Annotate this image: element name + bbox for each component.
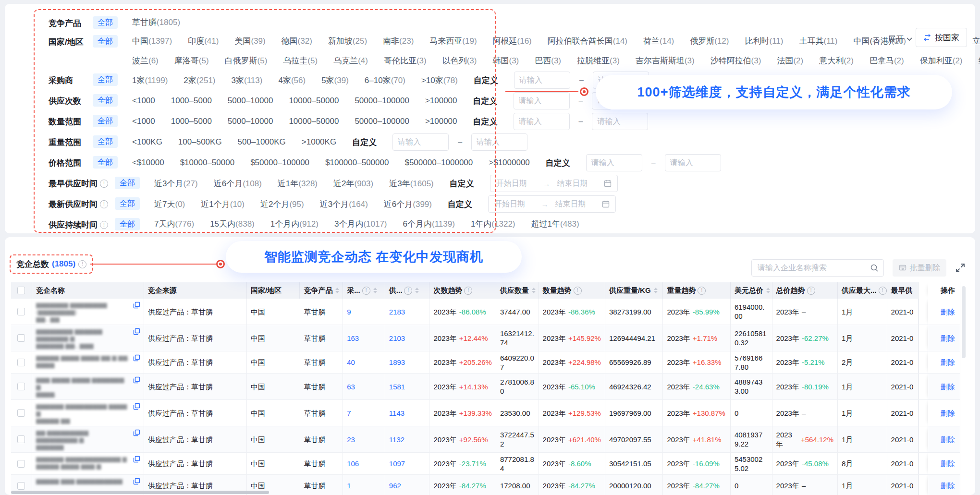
- column-header-buyers[interactable]: 采...!: [343, 282, 385, 299]
- cell-supplies[interactable]: 2103: [385, 325, 430, 351]
- filter-option[interactable]: 1年内(1322): [471, 218, 515, 229]
- cell-supplies[interactable]: 962: [385, 475, 430, 495]
- filter-option[interactable]: 韩国(3): [492, 55, 519, 66]
- select-all-checkbox[interactable]: [17, 287, 25, 294]
- range-min-input[interactable]: [392, 133, 449, 151]
- filter-option[interactable]: 近3个月(164): [320, 199, 368, 210]
- column-header-usd[interactable]: 美元总价: [731, 282, 772, 299]
- buyer-count-link[interactable]: 23: [347, 435, 355, 444]
- filter-option[interactable]: 比利时(11): [745, 36, 783, 47]
- filter-option[interactable]: 500–1000KG: [238, 137, 286, 147]
- info-icon[interactable]: !: [464, 287, 472, 295]
- filter-option[interactable]: 3个月内(1017): [334, 218, 387, 229]
- custom-filter-label[interactable]: 自定义: [448, 199, 472, 210]
- cell-buyers[interactable]: 163: [343, 325, 385, 351]
- cell-buyers[interactable]: 23: [343, 426, 385, 452]
- filter-option[interactable]: 100–500KG: [178, 137, 222, 147]
- sort-icon[interactable]: [335, 288, 339, 293]
- filter-option[interactable]: 2家(251): [184, 75, 215, 86]
- filter-option[interactable]: 德国(32): [282, 36, 312, 47]
- row-checkbox[interactable]: [17, 359, 25, 366]
- supply-count-link[interactable]: 2183: [389, 307, 405, 316]
- column-header-supplies[interactable]: 供...!: [385, 282, 430, 299]
- filter-option[interactable]: 近2个月(95): [260, 199, 304, 210]
- info-icon[interactable]: !: [78, 260, 86, 268]
- filter-all-chip[interactable]: 全部: [115, 197, 140, 210]
- filter-option[interactable]: 超过1年(483): [531, 218, 579, 229]
- delete-row-link[interactable]: 删除: [941, 334, 955, 343]
- filter-option[interactable]: 乌克兰(4): [333, 55, 368, 66]
- filter-all-chip[interactable]: 全部: [93, 94, 118, 107]
- column-header-qty_trend[interactable]: 数量趋势!: [539, 282, 605, 299]
- cell-name[interactable]: ▆▆▆▆▆ ▆▆▆▆ ▆▆▆▆ ▆▆ ▆ ▆▆.▆▆▆▆: [32, 351, 144, 373]
- custom-filter-label[interactable]: 自定义: [473, 116, 498, 127]
- filter-option[interactable]: $50000–100000: [250, 158, 309, 168]
- filter-all-chip[interactable]: 全部: [93, 73, 118, 86]
- date-range-input[interactable]: 开始日期→结束日期: [490, 175, 618, 192]
- buyer-count-link[interactable]: 63: [347, 382, 355, 391]
- filter-option[interactable]: 1000–5000: [171, 117, 212, 126]
- filter-all-chip[interactable]: 全部: [115, 177, 140, 189]
- range-max-input[interactable]: [471, 133, 527, 151]
- filter-option[interactable]: 5000–10000: [228, 96, 273, 106]
- column-header-qty[interactable]: 供应数量: [496, 282, 539, 299]
- cell-supplies[interactable]: 1097: [385, 453, 430, 474]
- calendar-icon[interactable]: [602, 200, 610, 208]
- by-country-button[interactable]: 按国家: [916, 28, 967, 47]
- filter-all-chip[interactable]: 全部: [93, 135, 118, 148]
- delete-row-link[interactable]: 删除: [941, 435, 955, 444]
- filter-option[interactable]: 10000–50000: [289, 117, 339, 126]
- filter-option[interactable]: 新加坡(25): [328, 36, 367, 47]
- batch-delete-button[interactable]: 批量删除: [893, 259, 946, 277]
- filter-option[interactable]: 保加利亚(2): [920, 55, 963, 66]
- supply-count-link[interactable]: 962: [389, 481, 401, 490]
- buyer-count-link[interactable]: 40: [347, 358, 355, 367]
- copy-icon[interactable]: [133, 328, 140, 335]
- custom-filter-label[interactable]: 自定义: [546, 157, 570, 169]
- row-checkbox[interactable]: [17, 308, 25, 315]
- sort-icon[interactable]: [532, 288, 536, 293]
- buyer-count-link[interactable]: 7: [347, 409, 351, 418]
- row-checkbox[interactable]: [17, 460, 25, 468]
- copy-icon[interactable]: [133, 376, 140, 384]
- range-min-input[interactable]: [514, 92, 570, 109]
- filter-option[interactable]: 近7天(0): [154, 199, 185, 210]
- delete-row-link[interactable]: 删除: [941, 409, 955, 418]
- filter-option[interactable]: 中国(1397): [132, 36, 172, 47]
- buyer-count-link[interactable]: 106: [347, 459, 359, 468]
- filter-option[interactable]: 沙特阿拉伯(3): [710, 55, 761, 66]
- info-icon[interactable]: !: [807, 287, 815, 295]
- filter-option[interactable]: 哥伦比亚(3): [384, 55, 427, 66]
- filter-option[interactable]: 近6个月(108): [214, 178, 262, 189]
- row-checkbox[interactable]: [17, 409, 25, 417]
- cell-buyers[interactable]: 63: [343, 374, 385, 399]
- delete-row-link[interactable]: 删除: [941, 481, 955, 490]
- row-checkbox[interactable]: [17, 383, 25, 390]
- copy-icon[interactable]: [133, 456, 140, 463]
- custom-filter-label[interactable]: 自定义: [474, 75, 498, 86]
- filter-option[interactable]: 近1个月(10): [201, 199, 245, 210]
- supply-count-link[interactable]: 1893: [389, 358, 405, 367]
- cell-name[interactable]: ▆▆▆▆▆▆▆▆ ▆▆▆▆▆▆ ▆▆▆▆▆▆▆ ▆▆▆▆▆▆▆ ▆▆., ▆▆▆: [32, 325, 144, 351]
- filter-option[interactable]: 摩洛哥(5): [174, 55, 209, 66]
- cell-supplies[interactable]: 1893: [385, 351, 430, 373]
- cell-name[interactable]: ▆▆▆▆▆▆▆ ▆▆▆▆▆▆▆▆ (▆▆▆▆▆▆▆▆)▆▆., ▆▆: [32, 299, 144, 325]
- filter-option[interactable]: 荷兰(14): [643, 36, 674, 47]
- filter-option[interactable]: 波兰(6): [132, 55, 159, 66]
- filter-option[interactable]: 以色列(3): [442, 55, 477, 66]
- filter-all-chip[interactable]: 全部: [93, 16, 118, 29]
- sort-icon[interactable]: [415, 288, 419, 293]
- filter-option[interactable]: >1000KG: [302, 137, 336, 147]
- column-header-product[interactable]: 竞争产品: [300, 282, 343, 299]
- filter-option[interactable]: 近2年(903): [333, 178, 373, 189]
- cell-supplies[interactable]: 1581: [385, 374, 430, 399]
- column-header-count_trend[interactable]: 次数趋势!: [429, 282, 496, 299]
- vertical-scrollbar[interactable]: [960, 282, 967, 495]
- info-icon[interactable]: !: [100, 180, 108, 188]
- cell-buyers[interactable]: 9: [343, 299, 385, 325]
- cell-buyers[interactable]: 106: [343, 453, 385, 474]
- filter-option[interactable]: 约旦(2): [979, 55, 980, 66]
- filter-option[interactable]: >100000: [425, 96, 457, 106]
- cell-buyers[interactable]: 1: [343, 475, 385, 495]
- filter-all-chip[interactable]: 全部: [93, 35, 118, 48]
